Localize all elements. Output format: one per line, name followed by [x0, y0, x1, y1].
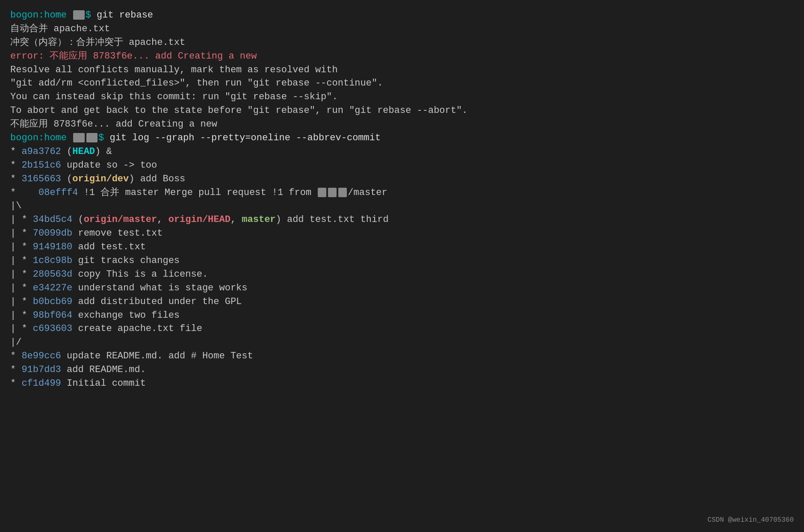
desc-24: create apache.txt file	[72, 323, 202, 334]
head-tag: HEAD	[72, 146, 95, 157]
graph-sym-20: | *	[10, 269, 33, 280]
hash-13: 3165663	[21, 174, 61, 184]
desc-26: update README.md. add # Home Test	[61, 351, 253, 361]
graph-sym-21: | *	[10, 283, 33, 293]
line-17: | * 70099db remove test.txt	[10, 227, 794, 240]
blurred-1	[73, 10, 84, 20]
line-14: * 08efff4 !1 合并 master Merge pull reques…	[10, 186, 794, 200]
desc-19: git tracks changes	[72, 255, 180, 266]
graph-sym-11: *	[10, 146, 21, 157]
blurred-merge-1	[318, 188, 326, 197]
graph-sym-12: *	[10, 160, 21, 171]
line-1: bogon:home $ git rebase	[10, 9, 794, 22]
prompt-dollar-1: $	[86, 10, 97, 21]
graph-sym-24: | *	[10, 323, 33, 334]
cmd-2: git log --graph --pretty=oneline --abbre…	[109, 133, 381, 143]
line-3: 冲突（内容）：合并冲突于 apache.txt	[10, 36, 794, 50]
line-22: | * b0bcb69 add distributed under the GP…	[10, 295, 794, 309]
hash-28: cf1d499	[21, 378, 61, 389]
desc-16d: ) add test.txt third	[276, 214, 389, 225]
prompt-1: bogon:home	[10, 10, 72, 21]
blurred-3	[86, 133, 98, 142]
line-10: bogon:home $ git log --graph --pretty=on…	[10, 131, 794, 145]
desc-13b: ) add Boss	[129, 174, 185, 184]
line-27: * 91b7dd3 add README.md.	[10, 363, 794, 377]
hash-24: c693603	[33, 323, 72, 334]
prompt-2: bogon:home	[10, 133, 72, 143]
graph-sym-22: | *	[10, 296, 33, 307]
hash-14: 08efff4	[38, 187, 78, 198]
master-tag: master	[242, 214, 275, 225]
line-2: 自动合并 apache.txt	[10, 22, 794, 36]
desc-14b: /master	[348, 187, 387, 198]
line-5: Resolve all conflicts manually, mark the…	[10, 63, 794, 77]
line-20: | * 280563d copy This is a license.	[10, 268, 794, 281]
graph-sym-26: *	[10, 351, 21, 361]
line-15: |\	[10, 199, 794, 213]
line-18: | * 9149180 add test.txt	[10, 240, 794, 254]
line-9: 不能应用 8783f6e... add Creating a new	[10, 118, 794, 131]
origin-dev-tag: origin/dev	[72, 174, 129, 184]
line-16: | * 34bd5c4 (origin/master, origin/HEAD,…	[10, 213, 794, 227]
desc-11b: ) &	[95, 146, 112, 157]
graph-sym-16: | *	[10, 214, 33, 225]
hash-18: 9149180	[33, 242, 72, 252]
line-11: * a9a3762 (HEAD) &	[10, 145, 794, 159]
desc-14: !1 合并 master Merge pull request !1 from	[78, 187, 317, 198]
line-13: * 3165663 (origin/dev) add Boss	[10, 172, 794, 186]
desc-18: add test.txt	[72, 242, 146, 252]
desc-11: (	[61, 146, 72, 157]
desc-16c: ,	[231, 214, 242, 225]
graph-sym-28: *	[10, 378, 21, 389]
desc-20: copy This is a license.	[72, 269, 208, 280]
hash-21: e34227e	[33, 283, 72, 293]
desc-21: understand what is stage works	[72, 283, 247, 293]
blurred-merge-2	[328, 188, 337, 197]
hash-11: a9a3762	[21, 146, 61, 157]
desc-16b: ,	[157, 214, 168, 225]
desc-13a: (	[61, 174, 72, 184]
hash-22: b0bcb69	[33, 296, 72, 307]
line-4: error: 不能应用 8783f6e... add Creating a ne…	[10, 50, 794, 63]
graph-sym-14: *	[10, 187, 38, 198]
hash-27: 91b7dd3	[21, 364, 61, 375]
hash-19: 1c8c98b	[33, 255, 72, 266]
line-24: | * c693603 create apache.txt file	[10, 322, 794, 336]
line-7: You can instead skip this commit: run "g…	[10, 90, 794, 104]
desc-27: add README.md.	[61, 364, 146, 375]
desc-22: add distributed under the GPL	[72, 296, 242, 307]
hash-16: 34bd5c4	[33, 214, 72, 225]
error-label: error: 不能应用 8783f6e... add Creating a ne…	[10, 51, 257, 62]
line-26: * 8e99cc6 update README.md. add # Home T…	[10, 349, 794, 363]
line-12: * 2b151c6 update so -> too	[10, 159, 794, 172]
cmd-1: git rebase	[97, 10, 153, 21]
hash-26: 8e99cc6	[21, 351, 61, 361]
line-25: |/	[10, 336, 794, 349]
desc-28: Initial commit	[61, 378, 146, 389]
desc-17: remove test.txt	[72, 228, 163, 239]
hash-20: 280563d	[33, 269, 72, 280]
graph-sym-18: | *	[10, 242, 33, 252]
graph-sym-13: *	[10, 174, 21, 184]
hash-17: 70099db	[33, 228, 72, 239]
hash-12: 2b151c6	[21, 160, 61, 171]
origin-master-tag: origin/master	[84, 214, 157, 225]
origin-head-tag: origin/HEAD	[168, 214, 231, 225]
line-19: | * 1c8c98b git tracks changes	[10, 254, 794, 268]
graph-sym-27: *	[10, 364, 21, 375]
blurred-merge-3	[338, 188, 347, 197]
desc-12: update so -> too	[61, 160, 157, 171]
line-23: | * 98bf064 exchange two files	[10, 309, 794, 322]
hash-23: 98bf064	[33, 310, 72, 321]
desc-23: exchange two files	[72, 310, 180, 321]
graph-sym-17: | *	[10, 228, 33, 239]
line-6: "git add/rm <conflicted_files>", then ru…	[10, 77, 794, 90]
desc-16a: (	[72, 214, 83, 225]
watermark: CSDN @weixin_40705360	[707, 515, 794, 525]
line-28: * cf1d499 Initial commit	[10, 377, 794, 390]
graph-sym-23: | *	[10, 310, 33, 321]
line-21: | * e34227e understand what is stage wor…	[10, 281, 794, 295]
graph-sym-19: | *	[10, 255, 33, 266]
line-8: To abort and get back to the state befor…	[10, 104, 794, 118]
prompt-dollar-2: $	[98, 133, 109, 143]
